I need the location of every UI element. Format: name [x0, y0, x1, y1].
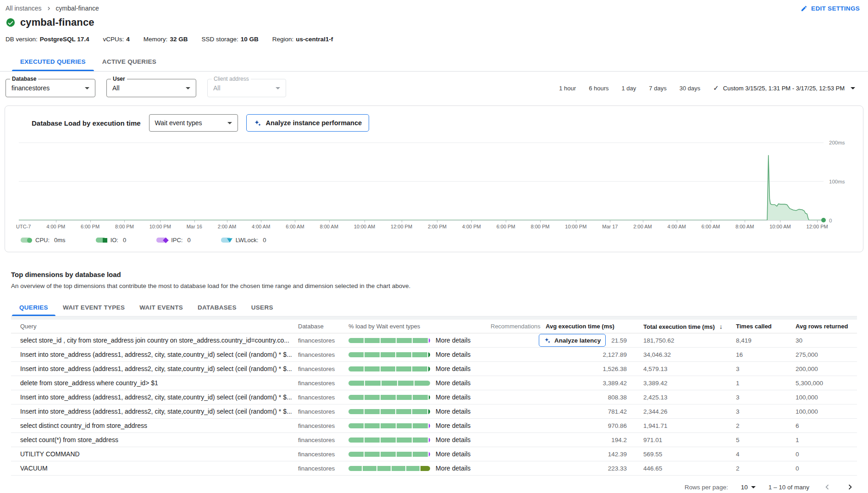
chart-legend: CPU:0msIO:0IPC:0LWLock:0: [21, 237, 854, 244]
query-cell[interactable]: select count(*) from store_address: [11, 436, 298, 443]
square-marker-icon: [103, 238, 107, 243]
load-bar-segment: [381, 409, 396, 414]
query-cell[interactable]: UTILITY COMMAND: [11, 450, 298, 458]
breadcrumb: All instances cymbal-finance: [6, 5, 99, 12]
time-range-option-1-hour[interactable]: 1 hour: [559, 85, 576, 92]
user-filter-label: User: [111, 76, 127, 82]
instance-meta-item: vCPUs:4: [103, 36, 130, 43]
time-range-option-1-day[interactable]: 1 day: [622, 85, 636, 92]
time-range-option-6-hours[interactable]: 6 hours: [589, 85, 608, 92]
x-axis-label: 6:00 AM: [702, 224, 720, 229]
top-dimensions-section: Top dimensions by database load An overv…: [11, 271, 857, 492]
meta-value: 32 GB: [170, 36, 188, 43]
database-cell: financestores: [298, 380, 348, 387]
query-cell[interactable]: VACUUM: [11, 465, 298, 472]
query-cell[interactable]: Insert into store_address (address1, add…: [11, 393, 298, 401]
meta-label: SSD storage:: [201, 36, 238, 43]
query-cell[interactable]: Insert into store_address (address1, add…: [11, 408, 298, 415]
load-chart-plot[interactable]: 200ms 100ms 0: [19, 138, 824, 221]
load-bar-segment: [413, 438, 428, 443]
column-header-total-execution-time-ms: Total execution time (ms)↓: [640, 323, 731, 330]
analyze-latency-button[interactable]: Analyze latency: [539, 334, 606, 347]
latest-point-dot: [821, 218, 826, 222]
more-details-link[interactable]: More details: [436, 365, 491, 372]
more-details-link[interactable]: More details: [436, 450, 491, 458]
load-bar-cell: [348, 395, 436, 400]
total-execution-value: 2,425.13: [640, 394, 731, 401]
chart-dimension-dropdown[interactable]: Wait event types: [149, 114, 238, 132]
edit-settings-button[interactable]: EDIT SETTINGS: [801, 5, 860, 12]
load-bar-segment: [348, 452, 364, 457]
instance-meta-item: SSD storage:10 GB: [201, 36, 258, 43]
previous-page-button[interactable]: [822, 482, 832, 492]
rows-per-page-value: 10: [741, 484, 748, 491]
legend-value: 0: [123, 237, 126, 244]
avg-execution-value: 21.59: [611, 337, 627, 344]
load-area-chart[interactable]: [19, 138, 824, 220]
load-bar-segment: [365, 381, 381, 386]
load-bar-end-segment: [429, 438, 430, 443]
avg-rows-returned-value: 30: [791, 337, 857, 344]
load-bar-cell: [348, 366, 436, 371]
wait-event-load-bar: [348, 366, 430, 371]
more-details-link[interactable]: More details: [436, 351, 491, 358]
column-header-avg-execution-time-ms: Avg execution time (ms): [546, 323, 640, 330]
load-bar-segment: [348, 338, 364, 343]
dim-tab-users[interactable]: USERS: [244, 299, 281, 316]
query-cell[interactable]: select distinct country_id from store_ad…: [11, 422, 298, 429]
query-cell[interactable]: delete from store_address where country_…: [11, 379, 298, 387]
database-cell: financestores: [298, 337, 348, 344]
dim-tab-databases[interactable]: DATABASES: [190, 299, 244, 316]
tab-executed-queries[interactable]: EXECUTED QUERIES: [12, 52, 94, 71]
chevron-right-icon: [845, 482, 855, 492]
y-axis-tick: 200ms: [829, 140, 845, 145]
sort-descending-icon[interactable]: ↓: [719, 323, 723, 330]
dim-tab-wait-events[interactable]: WAIT EVENTS: [132, 299, 190, 316]
dim-tab-wait-event-types[interactable]: WAIT EVENT TYPES: [55, 299, 132, 316]
query-cell[interactable]: Insert into store_address (address1, add…: [11, 351, 298, 358]
avg-rows-returned-value: 5,300,000: [791, 380, 857, 387]
time-range-custom[interactable]: ✓ Custom 3/15/25, 1:31 PM - 3/17/25, 12:…: [713, 84, 855, 92]
wait-event-load-bar: [348, 381, 430, 386]
total-execution-value: 3,389.42: [640, 380, 731, 387]
tab-active-queries[interactable]: ACTIVE QUERIES: [94, 52, 165, 71]
time-range-options: 1 hour6 hours1 day7 days30 days: [559, 85, 700, 92]
database-filter-dropdown[interactable]: Database financestores: [6, 79, 95, 97]
more-details-link[interactable]: More details: [436, 436, 491, 443]
circle-marker-icon: [27, 238, 32, 243]
load-bar-segment: [412, 352, 427, 357]
time-range-option-7-days[interactable]: 7 days: [649, 85, 666, 92]
analyze-instance-performance-button[interactable]: Analyze instance performance: [246, 114, 370, 132]
breadcrumb-all-instances[interactable]: All instances: [6, 5, 42, 12]
avg-execution-value: 194.2: [611, 437, 627, 443]
next-page-button[interactable]: [845, 482, 855, 492]
query-cell[interactable]: Insert into store_address (address1, add…: [11, 365, 298, 372]
user-filter-dropdown[interactable]: User All: [106, 79, 196, 97]
load-bar-segment: [381, 395, 396, 400]
database-cell: financestores: [298, 437, 348, 443]
load-bar-segment: [365, 438, 380, 443]
top-dimensions-title: Top dimensions by database load: [11, 271, 857, 278]
x-axis-label: UTC-7: [16, 224, 31, 229]
more-details-link[interactable]: More details: [436, 408, 491, 415]
more-details-link[interactable]: More details: [436, 393, 491, 401]
legend-swatch: [221, 238, 231, 243]
x-axis-label: 4:00 AM: [668, 224, 686, 229]
x-axis-label: 10:00 AM: [769, 224, 791, 229]
dim-tab-queries[interactable]: QUERIES: [12, 299, 55, 316]
more-details-link[interactable]: More details: [436, 422, 491, 429]
check-icon: ✓: [713, 84, 719, 92]
table-row: VACUUMfinancestoresMore details223.33446…: [11, 461, 857, 476]
total-execution-value: 1,941.71: [640, 422, 731, 429]
legend-label: IO:: [111, 237, 118, 244]
more-details-link[interactable]: More details: [436, 465, 491, 472]
x-axis-label: 2:00 AM: [633, 224, 652, 229]
rows-per-page-dropdown[interactable]: 10: [741, 484, 756, 491]
wait-event-load-bar: [348, 338, 430, 343]
legend-item-lwlock: LWLock:0: [221, 237, 266, 244]
query-cell[interactable]: select store_id , city from store_addres…: [11, 337, 298, 344]
more-details-link[interactable]: More details: [436, 337, 491, 344]
more-details-link[interactable]: More details: [436, 379, 491, 387]
time-range-option-30-days[interactable]: 30 days: [680, 85, 701, 92]
x-axis-label: 10:00 PM: [565, 224, 586, 229]
